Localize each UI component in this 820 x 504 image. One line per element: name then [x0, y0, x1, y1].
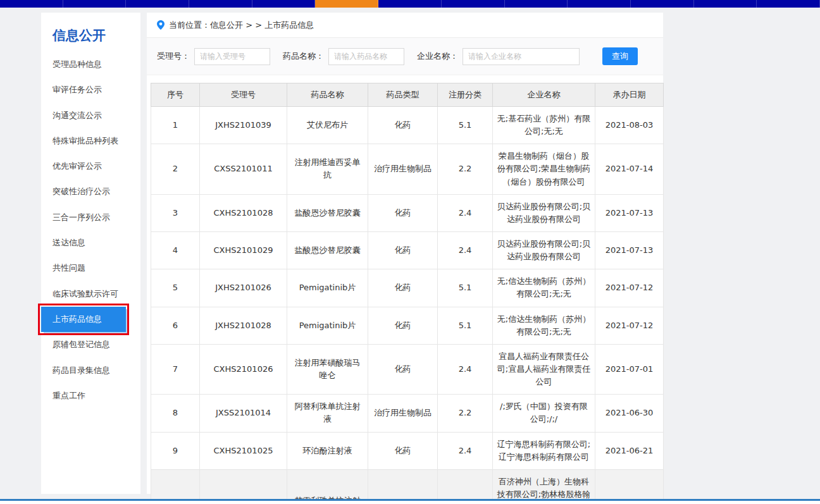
sidebar-item-3[interactable]: 沟通交流公示	[41, 103, 140, 128]
search-bar: 受理号： 药品名称： 企业名称： 查询	[147, 38, 663, 75]
nav-item[interactable]	[252, 0, 316, 8]
table-row[interactable]: 4CXHS2101029盐酸恩沙替尼胶囊化药2.4贝达药业股份有限公司;贝达药业…	[151, 231, 664, 269]
table-header-row: 序号受理号药品名称药品类型注册分类企业名称承办日期	[151, 83, 664, 107]
table-cell: 治疗用生物制品	[368, 395, 438, 432]
nav-item[interactable]	[315, 0, 378, 8]
table-cell: CXHS2101028	[200, 194, 287, 231]
table-cell: 无;信达生物制药（苏州）有限公司;无;无	[493, 269, 595, 307]
nav-item[interactable]	[631, 0, 694, 8]
table-cell: /;罗氏（中国）投资有限公司;/;/	[493, 395, 595, 432]
nav-item[interactable]	[126, 0, 189, 8]
company-name-label: 企业名称：	[417, 51, 458, 62]
table-cell: 2.4	[438, 231, 493, 269]
table-cell: 2021-07-12	[595, 269, 664, 307]
table-cell: 化药	[368, 432, 438, 469]
table-row[interactable]: 5JXHS2101026Pemigatinib片化药5.1无;信达生物制药（苏州…	[151, 269, 664, 307]
breadcrumb-text: 当前位置：信息公开 > > 上市药品信息	[169, 20, 314, 31]
location-pin-icon	[157, 20, 165, 30]
sidebar-item-2[interactable]: 审评任务公示	[41, 77, 140, 102]
table-cell: 2021-06-30	[595, 395, 664, 432]
main-panel: 当前位置：信息公开 > > 上市药品信息 受理号： 药品名称： 企业名称： 查询	[147, 13, 663, 494]
nav-item[interactable]	[442, 0, 505, 8]
acceptance-no-input[interactable]	[194, 48, 270, 65]
sidebar-item-12[interactable]: 原辅包登记信息	[41, 332, 140, 357]
table-row[interactable]: 7CXHS2101026注射用苯磺酸瑞马唑仑化药2.4宜昌人福药业有限责任公司;…	[151, 344, 664, 394]
footer-spacer	[0, 501, 820, 504]
table-row[interactable]: 9CXHS2101025环泊酚注射液化药2.4辽宁海思科制药有限公司;辽宁海思科…	[151, 432, 664, 469]
sidebar-item-4[interactable]: 特殊审批品种列表	[41, 128, 140, 154]
table-cell: Pemigatinib片	[287, 307, 368, 344]
drug-name-input[interactable]	[328, 48, 404, 65]
table-row[interactable]: 1JXHS2101039艾伏尼布片化药5.1无;基石药业（苏州）有限公司;无;无…	[151, 107, 664, 144]
table-cell: 贝达药业股份有限公司;贝达药业股份有限公司	[493, 194, 595, 231]
table-row[interactable]: 6JXHS2101028Pemigatinib片化药5.1无;信达生物制药（苏州…	[151, 307, 664, 344]
sidebar-item-8[interactable]: 送达信息	[41, 230, 140, 255]
table-cell: 贝达药业股份有限公司;贝达药业股份有限公司	[493, 231, 595, 269]
nav-item[interactable]	[694, 0, 757, 8]
table-cell: 阿替利珠单抗注射液	[287, 395, 368, 432]
table-row[interactable]: 8JXSS2101014阿替利珠单抗注射液治疗用生物制品2.2/;罗氏（中国）投…	[151, 395, 664, 432]
table-cell: 2021-08-03	[595, 107, 664, 144]
column-header: 序号	[151, 83, 200, 107]
table-cell: 5	[151, 269, 200, 307]
nav-item[interactable]	[568, 0, 631, 8]
nav-item[interactable]	[757, 0, 820, 8]
nav-item[interactable]	[378, 0, 442, 8]
table-cell: 化药	[368, 231, 438, 269]
column-header: 受理号	[200, 83, 287, 107]
nav-item[interactable]	[189, 0, 252, 8]
sidebar-item-7[interactable]: 三合一序列公示	[41, 205, 140, 230]
sidebar-item-5[interactable]: 优先审评公示	[41, 154, 140, 179]
sidebar-item-13[interactable]: 药品目录集信息	[41, 358, 140, 383]
table-cell: CXSS2101011	[200, 144, 287, 194]
table-cell: 环泊酚注射液	[287, 432, 368, 469]
table-cell: 3	[151, 194, 200, 231]
sidebar-item-11[interactable]: 上市药品信息	[41, 307, 126, 332]
nav-item[interactable]	[0, 0, 63, 8]
table-cell: 2021-07-13	[595, 194, 664, 231]
table-cell: 5.1	[438, 269, 493, 307]
table-cell: 4	[151, 231, 200, 269]
nav-item[interactable]	[63, 0, 127, 8]
table-cell: CXHS2101026	[200, 344, 287, 394]
table-cell: 9	[151, 432, 200, 469]
table-cell: 注射用维迪西妥单抗	[287, 144, 368, 194]
column-header: 企业名称	[493, 83, 595, 107]
page: 信息公开 受理品种信息审评任务公示沟通交流公示特殊审批品种列表优先审评公示突破性…	[0, 0, 820, 504]
table-cell: 盐酸恩沙替尼胶囊	[287, 231, 368, 269]
sidebar-item-6[interactable]: 突破性治疗公示	[41, 179, 140, 204]
table-cell: 治疗用生物制品	[368, 144, 438, 194]
query-button[interactable]: 查询	[602, 47, 638, 65]
table-cell: 2.4	[438, 344, 493, 394]
table-cell: 2021-07-01	[595, 344, 664, 394]
table-cell: 辽宁海思科制药有限公司;辽宁海思科制药有限公司	[493, 432, 595, 469]
sidebar-item-14[interactable]: 重点工作	[41, 383, 140, 409]
table-cell: 化药	[368, 344, 438, 394]
sidebar-menu: 受理品种信息审评任务公示沟通交流公示特殊审批品种列表优先审评公示突破性治疗公示三…	[41, 52, 140, 409]
table-cell: CXHS2101029	[200, 231, 287, 269]
table-cell: 2.2	[438, 395, 493, 432]
column-header: 注册分类	[438, 83, 493, 107]
company-name-input[interactable]	[463, 48, 580, 65]
table-cell: 7	[151, 344, 200, 394]
drug-table: 序号受理号药品名称药品类型注册分类企业名称承办日期 1JXHS2101039艾伏…	[151, 83, 664, 504]
breadcrumb: 当前位置：信息公开 > > 上市药品信息	[147, 13, 663, 38]
content: 信息公开 受理品种信息审评任务公示沟通交流公示特殊审批品种列表优先审评公示突破性…	[0, 8, 820, 494]
table-cell: 无;基石药业（苏州）有限公司;无;无	[493, 107, 595, 144]
table-row[interactable]: 3CXHS2101028盐酸恩沙替尼胶囊化药2.4贝达药业股份有限公司;贝达药业…	[151, 194, 664, 231]
sidebar-item-10[interactable]: 临床试验默示许可	[41, 281, 140, 307]
table-row[interactable]: 2CXSS2101011注射用维迪西妥单抗治疗用生物制品2.2荣昌生物制药（烟台…	[151, 144, 664, 194]
table-cell: 宜昌人福药业有限责任公司;宜昌人福药业有限责任公司	[493, 344, 595, 394]
sidebar-item-9[interactable]: 共性问题	[41, 255, 140, 281]
table-cell: 化药	[368, 307, 438, 344]
acceptance-no-label: 受理号：	[157, 51, 190, 62]
table-cell: 2.4	[438, 432, 493, 469]
drug-name-label: 药品名称：	[283, 51, 324, 62]
sidebar-title: 信息公开	[41, 13, 140, 52]
nav-item[interactable]	[505, 0, 568, 8]
table-cell: CXHS2101025	[200, 432, 287, 469]
sidebar-item-1[interactable]: 受理品种信息	[41, 52, 140, 77]
column-header: 药品名称	[287, 83, 368, 107]
table-cell: 注射用苯磺酸瑞马唑仑	[287, 344, 368, 394]
table-cell: JXHS2101028	[200, 307, 287, 344]
